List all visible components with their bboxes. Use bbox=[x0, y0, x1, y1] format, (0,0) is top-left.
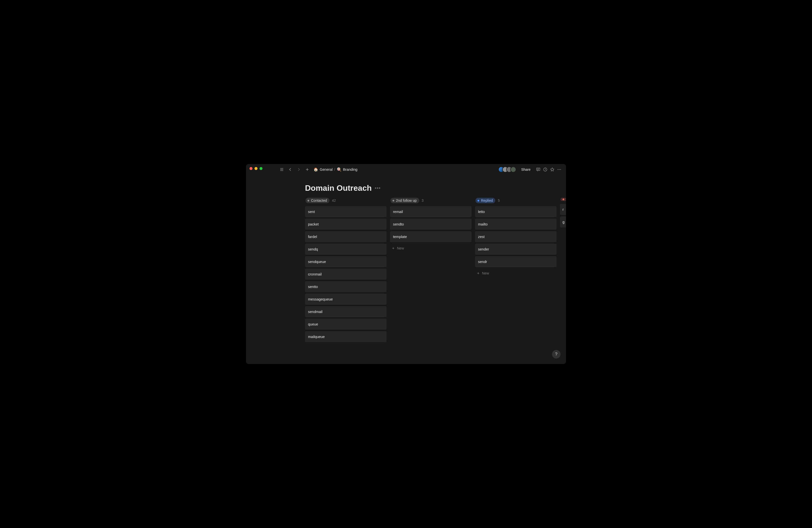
new-card-label: New bbox=[482, 271, 489, 275]
column-tag[interactable]: 2nd follow up bbox=[391, 198, 419, 203]
new-card-button[interactable]: New bbox=[390, 244, 472, 252]
column-label: 2nd follow up bbox=[396, 199, 417, 203]
board-card[interactable]: mailto bbox=[475, 219, 556, 230]
board-card[interactable]: sendqueue bbox=[305, 256, 387, 267]
board-card[interactable]: sentto bbox=[305, 281, 387, 292]
new-card-button[interactable]: New bbox=[475, 269, 556, 277]
board-card[interactable]: r bbox=[560, 204, 566, 215]
breadcrumb-root-icon: 🏠 bbox=[314, 167, 318, 172]
board-card[interactable]: letto bbox=[475, 206, 556, 217]
board-card[interactable]: sendto bbox=[390, 219, 472, 230]
column-label: Contacted bbox=[311, 199, 327, 203]
breadcrumb-page[interactable]: Branding bbox=[343, 167, 358, 172]
column-tag[interactable]: Replied bbox=[476, 198, 495, 203]
page-title-more-icon[interactable]: ••• bbox=[375, 185, 381, 191]
close-window-button[interactable] bbox=[249, 167, 252, 170]
board-card[interactable]: fardel bbox=[305, 231, 387, 242]
svg-point-11 bbox=[560, 169, 561, 170]
board-card[interactable]: mailqueue bbox=[305, 331, 387, 342]
topbar: 🏠 General / 🍭 Branding Share bbox=[246, 164, 566, 175]
board-card[interactable]: sender bbox=[475, 244, 556, 255]
column-tag[interactable] bbox=[561, 198, 566, 201]
nav-forward-button[interactable] bbox=[295, 166, 302, 173]
new-card-label: New bbox=[397, 246, 404, 250]
board-card[interactable]: queue bbox=[305, 319, 387, 330]
column-label: Replied bbox=[481, 199, 493, 203]
help-button[interactable]: ? bbox=[552, 350, 561, 358]
hamburger-icon[interactable] bbox=[278, 166, 285, 173]
board-card[interactable]: remail bbox=[390, 206, 472, 217]
favorite-icon[interactable] bbox=[549, 166, 555, 173]
board-card[interactable]: zest bbox=[475, 231, 556, 242]
new-page-button[interactable] bbox=[304, 166, 310, 173]
board-card[interactable]: g bbox=[560, 217, 566, 228]
share-button[interactable]: Share bbox=[520, 166, 532, 173]
board-column-contacted: Contacted 42 sent packet fardel sendq se… bbox=[305, 198, 387, 364]
more-icon[interactable] bbox=[556, 166, 563, 173]
breadcrumb: 🏠 General / 🍭 Branding bbox=[314, 167, 358, 172]
board-card[interactable]: cronmail bbox=[305, 269, 387, 280]
column-count: 5 bbox=[498, 199, 500, 203]
updates-icon[interactable] bbox=[542, 166, 549, 173]
presence-avatars[interactable] bbox=[500, 166, 516, 173]
board-card[interactable]: sendq bbox=[305, 244, 387, 255]
minimize-window-button[interactable] bbox=[255, 167, 258, 170]
board-card[interactable]: packet bbox=[305, 219, 387, 230]
breadcrumb-page-icon: 🍭 bbox=[337, 167, 342, 172]
app-window: 🏠 General / 🍭 Branding Share bbox=[246, 164, 566, 364]
board-card[interactable]: sendmail bbox=[305, 306, 387, 317]
board-column-2nd-follow-up: 2nd follow up 3 remail sendto template N… bbox=[390, 198, 472, 364]
column-count: 42 bbox=[332, 199, 336, 203]
svg-point-10 bbox=[559, 169, 560, 170]
svg-point-9 bbox=[557, 169, 558, 170]
window-controls bbox=[249, 167, 262, 170]
board-card[interactable]: template bbox=[390, 231, 472, 242]
avatar bbox=[510, 166, 516, 173]
column-tag[interactable]: Contacted bbox=[305, 198, 330, 203]
column-count: 3 bbox=[422, 199, 424, 203]
page-title[interactable]: Domain Outreach bbox=[305, 184, 372, 193]
board-view: Contacted 42 sent packet fardel sendq se… bbox=[246, 198, 566, 364]
board-card[interactable]: sent bbox=[305, 206, 387, 217]
board-card[interactable]: messagequeue bbox=[305, 294, 387, 305]
maximize-window-button[interactable] bbox=[260, 167, 262, 170]
board-column-partial: r g bbox=[560, 198, 566, 364]
breadcrumb-root[interactable]: General bbox=[320, 167, 333, 172]
page-content: Domain Outreach ••• Contacted 42 sent pa… bbox=[246, 175, 566, 364]
board-column-replied: Replied 5 letto mailto zest sender sendr… bbox=[475, 198, 556, 364]
comments-icon[interactable] bbox=[535, 166, 541, 173]
svg-marker-8 bbox=[551, 168, 554, 171]
nav-back-button[interactable] bbox=[287, 166, 293, 173]
breadcrumb-separator: / bbox=[334, 167, 335, 172]
board-card[interactable]: sendr bbox=[475, 256, 556, 267]
